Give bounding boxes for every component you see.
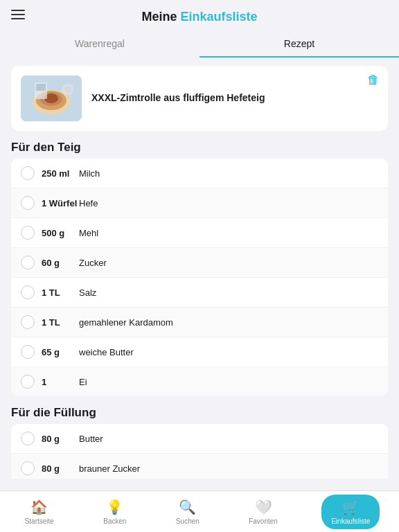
tab-warenregal[interactable]: Warenregal: [0, 31, 200, 57]
tab-bar: Warenregal Rezept: [0, 31, 399, 57]
ingredient-name: Ei: [79, 377, 87, 387]
ingredient-name: Salz: [79, 287, 96, 298]
menu-icon[interactable]: [11, 10, 25, 19]
table-row: 500 g Mehl: [11, 218, 388, 248]
ingredient-amount: 1 TL: [42, 287, 79, 298]
nav-item-backen[interactable]: 💡 Backen: [98, 496, 132, 528]
nav-label-favoriten: Favoriten: [249, 517, 278, 525]
table-row: 80 g brauner Zucker: [11, 454, 388, 479]
ingredient-checkbox[interactable]: [21, 375, 35, 389]
nav-label-startseite: Startseite: [25, 517, 54, 525]
recipe-image: [21, 76, 82, 121]
nav-label-backen: Backen: [103, 517, 126, 525]
ingredient-checkbox[interactable]: [21, 432, 35, 445]
tab-rezept[interactable]: Rezept: [200, 31, 399, 57]
nav-item-einkaufsliste[interactable]: 🛒 Einkaufsliste: [321, 495, 380, 529]
delete-recipe-icon[interactable]: 🗑: [367, 73, 380, 87]
home-icon: 🏠: [30, 499, 48, 515]
nav-item-suchen[interactable]: 🔍 Suchen: [170, 496, 205, 528]
ingredient-list-teig: 250 ml Milch 1 Würfel Hefe 500 g Mehl 60…: [11, 159, 388, 396]
ingredient-checkbox[interactable]: [21, 345, 35, 359]
ingredient-amount: 500 g: [42, 228, 79, 238]
bulb-icon: 💡: [106, 499, 123, 515]
heart-icon: 🤍: [255, 499, 272, 515]
ingredient-name: Zucker: [79, 258, 107, 268]
table-row: 1 Ei: [11, 367, 388, 396]
cart-icon: 🛒: [342, 499, 360, 515]
ingredient-name: Butter: [79, 434, 103, 444]
main-content: XXXL-Zimtrolle aus fluffigem Hefeteig 🗑 …: [0, 57, 399, 479]
table-row: 80 g Butter: [11, 424, 388, 454]
svg-rect-6: [36, 84, 46, 91]
table-row: 65 g weiche Butter: [11, 337, 388, 367]
ingredient-amount: 1 TL: [42, 317, 79, 328]
nav-item-favoriten[interactable]: 🤍 Favoriten: [243, 496, 283, 528]
recipe-title: XXXL-Zimtrolle aus fluffigem Hefeteig: [91, 91, 378, 105]
table-row: 1 TL gemahlener Kardamom: [11, 308, 388, 337]
ingredient-amount: 80 g: [42, 434, 79, 444]
section-header-teig: Für den Teig: [11, 141, 388, 154]
ingredient-name: weiche Butter: [79, 347, 134, 357]
ingredient-name: Hefe: [79, 198, 98, 209]
ingredient-name: Milch: [79, 168, 100, 179]
ingredient-list-fuellung: 80 g Butter 80 g brauner Zucker 3 TL Zim…: [11, 424, 388, 479]
ingredient-amount: 1: [42, 377, 79, 387]
search-icon: 🔍: [179, 499, 196, 515]
ingredient-checkbox[interactable]: [21, 285, 35, 299]
table-row: 1 Würfel Hefe: [11, 188, 388, 218]
ingredient-amount: 65 g: [42, 347, 79, 357]
app-header: Meine Einkaufsliste: [0, 0, 399, 24]
nav-item-startseite[interactable]: 🏠 Startseite: [19, 496, 60, 528]
ingredient-name: brauner Zucker: [79, 463, 140, 474]
table-row: 1 TL Salz: [11, 278, 388, 308]
ingredient-amount: 60 g: [42, 258, 79, 268]
ingredient-checkbox[interactable]: [21, 196, 35, 210]
page-title: Meine Einkaufsliste: [141, 10, 257, 24]
svg-point-8: [64, 86, 71, 93]
ingredient-checkbox[interactable]: [21, 256, 35, 269]
table-row: 60 g Zucker: [11, 248, 388, 278]
nav-label-einkaufsliste: Einkaufsliste: [331, 517, 370, 525]
section-header-fuellung: Für die Füllung: [11, 406, 388, 420]
ingredient-checkbox[interactable]: [21, 226, 35, 240]
ingredient-amount: 250 ml: [42, 168, 79, 179]
bottom-navigation: 🏠 Startseite 💡 Backen 🔍 Suchen 🤍 Favorit…: [0, 490, 399, 532]
nav-label-suchen: Suchen: [176, 517, 200, 525]
recipe-card: XXXL-Zimtrolle aus fluffigem Hefeteig 🗑: [11, 66, 388, 131]
ingredient-checkbox[interactable]: [21, 166, 35, 180]
ingredient-name: Mehl: [79, 228, 98, 238]
ingredient-name: gemahlener Kardamom: [79, 317, 173, 328]
ingredient-amount: 80 g: [42, 463, 79, 474]
ingredient-amount: 1 Würfel: [42, 198, 79, 209]
table-row: 250 ml Milch: [11, 159, 388, 188]
ingredient-checkbox[interactable]: [21, 461, 35, 475]
ingredient-checkbox[interactable]: [21, 315, 35, 329]
